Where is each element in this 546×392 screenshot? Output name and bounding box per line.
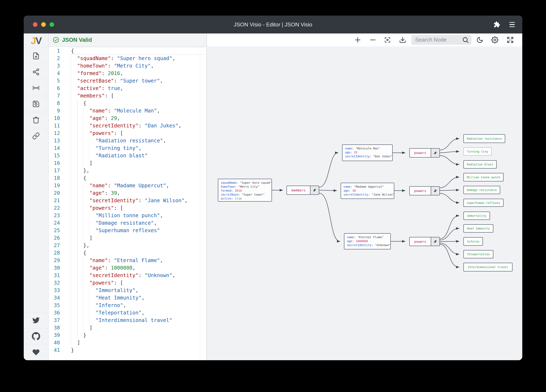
code-line[interactable]: 31"secretIdentity": "Unknown", [49,272,206,279]
code-line[interactable]: 37"Interdimensional travel" [49,316,206,324]
graph-leaf-node[interactable]: Superhuman reflexes [463,199,504,207]
code-line[interactable]: 4"formed": 2016, [49,70,206,77]
graph-leaf-node[interactable]: Turning tiny [463,147,492,156]
code-line[interactable]: 33"Immortality", [49,287,206,294]
code-line[interactable]: 17}, [49,167,206,174]
graph-leaf-node[interactable]: Heat Immunity [463,224,493,233]
code-line[interactable]: 41} [49,347,206,354]
graph-leaf-node[interactable]: Interdimensional travel [463,263,513,272]
sponsor-button[interactable] [24,344,48,360]
code-line[interactable]: 20"age": 39, [49,189,206,197]
code-line[interactable]: 6"active": true, [49,85,206,92]
graph-parent-node-powers[interactable]: powers [409,186,440,195]
code-line[interactable]: 27}, [49,242,206,249]
code-line[interactable]: 15"Radiation blast" [49,152,206,159]
code-line[interactable]: 12"powers": [ [49,129,206,137]
code-line-content: "Immortality", [60,287,139,294]
code-line-content: "formed": 2016, [60,70,123,77]
line-number: 14 [49,145,60,152]
collapse-icon [433,239,438,244]
row-value: "Eternal Flame" [358,235,384,239]
code-line[interactable]: 19"name": "Madame Uppercut", [49,182,206,189]
graph-leaf-node[interactable]: Teleportation [463,250,493,258]
collapse-button[interactable] [310,186,319,194]
zoom-out-button[interactable] [369,36,377,44]
code-line[interactable]: 13"Radiation resistance", [49,137,206,145]
code-line[interactable]: 29"name": "Eternal Flame", [49,257,206,264]
graph-node-m3[interactable]: name: "Eternal Flame"age: 1000000secretI… [344,233,391,249]
code-line-content: } [60,331,86,339]
share-button[interactable] [24,64,48,80]
graph-leaf-node[interactable]: Inferno [463,237,483,246]
code-line-content: { [60,249,86,257]
collapse-button[interactable] [431,187,439,195]
extension-icon[interactable] [494,21,500,28]
code-line[interactable]: 36"Teleportation", [49,309,206,316]
line-number: 25 [49,227,60,234]
code-line[interactable]: 11"secretIdentity": "Dan Jukes", [49,122,206,129]
line-number: 6 [49,85,60,92]
code-line[interactable]: 40] [49,339,206,347]
fullscreen-button[interactable] [507,36,514,44]
code-line[interactable]: 5"secretBase": "Super tower", [49,77,206,85]
code-line[interactable]: 21"secretIdentity": "Jane Wilson", [49,197,206,204]
app-logo[interactable]: JV [24,33,48,48]
focus-button[interactable] [384,36,391,44]
code-line[interactable]: 28{ [49,249,206,257]
collapse-button[interactable] [431,237,439,246]
line-number: 9 [49,107,60,114]
code-line[interactable]: 2"squadName": "Super hero squad", [49,55,206,62]
graph-node-m2[interactable]: name: "Madame Uppercut"age: 39secretIden… [341,183,394,199]
graph-canvas[interactable]: squadName: "Super hero squad"homeTown: "… [207,46,522,360]
code-line[interactable]: 32"powers": [ [49,279,206,287]
code-line[interactable]: 3"homeTown": "Metro City", [49,62,206,70]
code-line[interactable]: 7"members": [ [49,92,206,100]
code-line[interactable]: 16] [49,159,206,167]
graph-parent-node-powers[interactable]: powers [409,237,440,246]
code-line[interactable]: 1{ [49,47,206,55]
code-line-content: "Radiation blast" [60,152,148,159]
code-editor[interactable]: 1{2"squadName": "Super hero squad",3"hom… [49,47,206,360]
link-button[interactable] [24,128,48,144]
row-key: age [344,189,349,192]
code-line[interactable]: 10"age": 29, [49,114,206,122]
code-line[interactable]: 23"Million tonne punch", [49,212,206,219]
graph-leaf-node[interactable]: Damage resistance [463,186,500,194]
dark-mode-button[interactable] [476,36,483,44]
graph-leaf-node[interactable]: Million tonne punch [463,173,504,182]
code-line[interactable]: 24"Damage resistance", [49,219,206,227]
code-line[interactable]: 8{ [49,100,206,107]
center-view-button[interactable] [24,80,48,96]
code-line[interactable]: 38] [49,324,206,331]
delete-button[interactable] [24,112,48,128]
code-line[interactable]: 25"Superhuman reflexes" [49,227,206,234]
graph-parent-node-powers[interactable]: powers [409,148,440,158]
zoom-in-button[interactable] [354,36,361,44]
code-line[interactable]: 34"Heat Immunity", [49,294,206,302]
collapse-button[interactable] [431,149,439,157]
new-document-button[interactable] [24,48,48,64]
github-button[interactable] [24,329,48,344]
download-button[interactable] [399,36,406,44]
save-button[interactable] [24,96,48,112]
code-line[interactable]: 18{ [49,174,206,182]
line-number: 24 [49,219,60,227]
code-line[interactable]: 30"age": 1000000, [49,264,206,272]
graph-leaf-node[interactable]: Radiation resistance [463,134,505,143]
twitter-button[interactable] [24,312,48,329]
graph-parent-node-members[interactable]: members [286,186,319,195]
graph-leaf-node[interactable]: Radiation blast [463,160,497,169]
graph-node-m1[interactable]: name: "Molecule Man"age: 29secretIdentit… [342,145,393,161]
code-line[interactable]: 14"Turning tiny", [49,145,206,152]
settings-button[interactable] [491,36,498,44]
line-number: 10 [49,114,60,122]
graph-panel: squadName: "Super hero squad"homeTown: "… [207,33,522,360]
code-line[interactable]: 26] [49,234,206,242]
code-line[interactable]: 9"name": "Molecule Man", [49,107,206,114]
code-line[interactable]: 39} [49,331,206,339]
graph-node-root[interactable]: squadName: "Super hero squad"homeTown: "… [218,179,272,202]
code-line[interactable]: 35"Inferno", [49,302,206,309]
code-line[interactable]: 22"powers": [ [49,204,206,212]
graph-leaf-node[interactable]: Immortality [463,212,490,220]
menu-icon[interactable] [509,22,515,27]
